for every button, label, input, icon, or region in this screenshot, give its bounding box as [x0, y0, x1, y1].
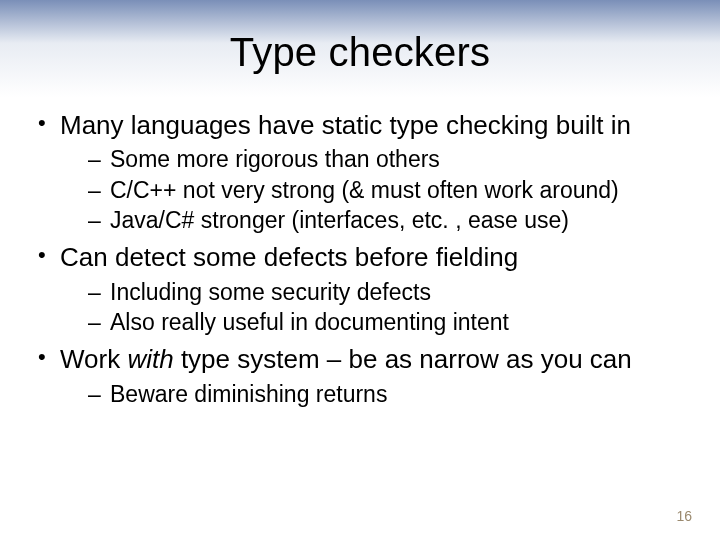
sub-bullet-text: Java/C# stronger (interfaces, etc. , eas…	[110, 207, 569, 233]
content-list: Many languages have static type checking…	[34, 109, 686, 409]
bullet-3-prefix: Work	[60, 344, 127, 374]
sub-bullet: Including some security defects	[60, 277, 686, 307]
bullet-2-text: Can detect some defects before fielding	[60, 242, 518, 272]
sub-bullet: Some more rigorous than others	[60, 144, 686, 174]
slide-title: Type checkers	[34, 30, 686, 75]
bullet-2-sublist: Including some security defects Also rea…	[60, 277, 686, 338]
bullet-1: Many languages have static type checking…	[34, 109, 686, 235]
sub-bullet: Java/C# stronger (interfaces, etc. , eas…	[60, 205, 686, 235]
sub-bullet-text: C/C++ not very strong (& must often work…	[110, 177, 619, 203]
bullet-3: Work with type system – be as narrow as …	[34, 343, 686, 409]
bullet-2: Can detect some defects before fielding …	[34, 241, 686, 337]
sub-bullet: Beware diminishing returns	[60, 379, 686, 409]
page-number: 16	[676, 508, 692, 524]
bullet-3-suffix: type system – be as narrow as you can	[174, 344, 632, 374]
sub-bullet-text: Also really useful in documenting intent	[110, 309, 509, 335]
bullet-3-emphasis: with	[127, 344, 173, 374]
sub-bullet-text: Including some security defects	[110, 279, 431, 305]
sub-bullet-text: Some more rigorous than others	[110, 146, 440, 172]
sub-bullet: C/C++ not very strong (& must often work…	[60, 175, 686, 205]
bullet-1-sublist: Some more rigorous than others C/C++ not…	[60, 144, 686, 235]
bullet-1-text: Many languages have static type checking…	[60, 110, 631, 140]
bullet-3-sublist: Beware diminishing returns	[60, 379, 686, 409]
sub-bullet: Also really useful in documenting intent	[60, 307, 686, 337]
slide: Type checkers Many languages have static…	[0, 0, 720, 540]
sub-bullet-text: Beware diminishing returns	[110, 381, 387, 407]
